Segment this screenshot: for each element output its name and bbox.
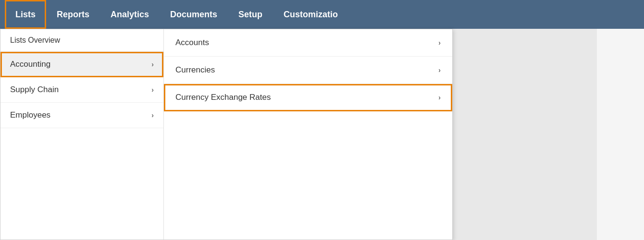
- nav-bar: Lists Reports Analytics Documents Setup …: [0, 0, 644, 29]
- dropdown-level2: Accounts › Currencies › Currency Exchang…: [164, 29, 452, 240]
- supply-chain-chevron-icon: ›: [151, 86, 154, 94]
- dropdown-area: Lists Overview Accounting › Supply Chain…: [0, 29, 644, 240]
- dropdown-container: Lists Overview Accounting › Supply Chain…: [0, 29, 453, 240]
- nav-item-customization[interactable]: Customizatio: [273, 0, 348, 29]
- app-container: Lists Reports Analytics Documents Setup …: [0, 0, 644, 240]
- dropdown-level1: Lists Overview Accounting › Supply Chain…: [0, 29, 164, 240]
- nav-label-setup: Setup: [238, 10, 262, 20]
- accounts-chevron-icon: ›: [438, 39, 441, 47]
- nav-label-lists: Lists: [15, 10, 36, 20]
- right-panel: [453, 29, 597, 240]
- nav-item-documents[interactable]: Documents: [160, 0, 228, 29]
- currency-exchange-rates-label: Currency Exchange Rates: [175, 93, 271, 102]
- currency-exchange-rates-chevron-icon: ›: [438, 94, 441, 101]
- currencies-chevron-icon: ›: [438, 66, 441, 74]
- supply-chain-item[interactable]: Supply Chain ›: [0, 77, 163, 103]
- supply-chain-label: Supply Chain: [10, 85, 59, 95]
- employees-label: Employees: [10, 110, 50, 120]
- nav-label-documents: Documents: [170, 10, 217, 20]
- nav-label-customization: Customizatio: [284, 10, 338, 20]
- nav-item-lists[interactable]: Lists: [5, 0, 46, 29]
- currency-exchange-rates-item[interactable]: Currency Exchange Rates ›: [164, 84, 452, 111]
- accounting-label: Accounting: [10, 60, 50, 69]
- nav-item-analytics[interactable]: Analytics: [100, 0, 160, 29]
- currencies-label: Currencies: [175, 65, 215, 75]
- currencies-item[interactable]: Currencies ›: [164, 57, 452, 84]
- nav-item-setup[interactable]: Setup: [228, 0, 273, 29]
- accounting-item[interactable]: Accounting ›: [0, 52, 163, 77]
- accounts-item[interactable]: Accounts ›: [164, 29, 452, 57]
- lists-overview-item[interactable]: Lists Overview: [0, 29, 163, 52]
- accounting-chevron-icon: ›: [151, 60, 154, 68]
- accounts-label: Accounts: [175, 38, 209, 48]
- lists-overview-label: Lists Overview: [10, 36, 60, 44]
- employees-chevron-icon: ›: [151, 111, 154, 119]
- employees-item[interactable]: Employees ›: [0, 103, 163, 128]
- nav-label-analytics: Analytics: [111, 10, 149, 20]
- nav-item-reports[interactable]: Reports: [46, 0, 100, 29]
- nav-label-reports: Reports: [57, 10, 89, 20]
